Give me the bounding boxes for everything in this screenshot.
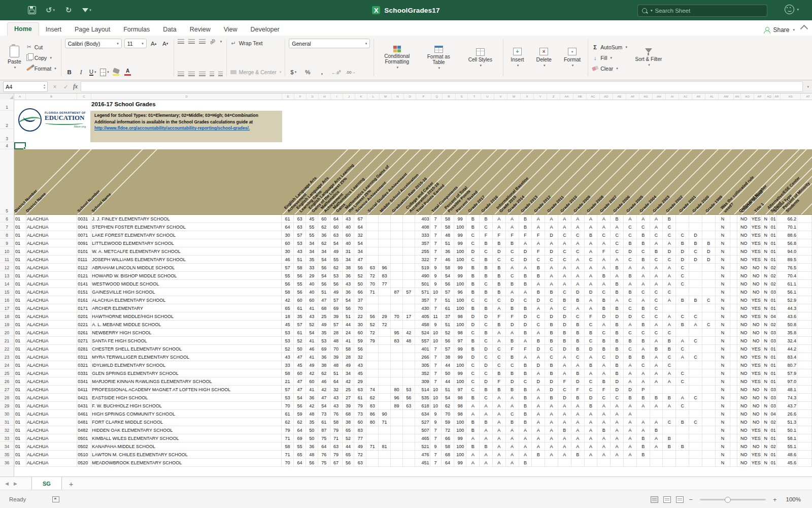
cell[interactable]: N [715,280,730,288]
cell[interactable] [391,418,403,426]
cell[interactable]: 52 [294,337,306,345]
cell[interactable]: D [611,377,624,386]
cell[interactable]: A [611,256,624,264]
cell[interactable]: NO [737,312,751,321]
cell[interactable]: B [466,288,480,296]
cell[interactable]: N [762,434,770,442]
cell[interactable]: 100 [454,256,466,264]
cell[interactable]: A [558,239,571,247]
cell[interactable]: C [532,256,545,264]
cell[interactable]: N [715,345,730,353]
cell[interactable]: 51.3 [777,418,797,426]
cell[interactable]: 26.6 [777,410,797,418]
cell[interactable]: 56 [354,345,366,353]
cell[interactable]: A [519,288,532,296]
cell[interactable]: 333 [415,231,430,239]
cell[interactable]: NEWBERRY HIGH SCHOOL [91,329,282,337]
cell[interactable]: 01 [15,239,26,247]
cell[interactable]: A [636,426,650,434]
cell[interactable]: A [597,321,611,329]
cell[interactable]: B [571,345,584,353]
cell[interactable]: A [492,410,505,418]
cell[interactable] [702,377,715,386]
cell[interactable]: NO [751,280,762,288]
cell[interactable]: 0101 [77,247,91,256]
cell[interactable]: 42 [306,402,318,410]
cell[interactable]: 61 [318,418,330,426]
cell[interactable] [797,377,811,386]
cell[interactable]: 54 [318,272,330,280]
cell[interactable]: B [571,321,584,329]
cell[interactable]: 0520 [77,459,91,467]
cell[interactable] [391,426,403,434]
cell[interactable]: 97 [454,386,466,394]
cell[interactable]: 79 [282,426,294,434]
cell[interactable]: C [689,337,702,345]
column-header-letter[interactable]: Q [431,93,443,100]
cell[interactable]: YES [751,377,762,386]
cell[interactable]: 40 [342,239,354,247]
cell[interactable]: W. A. METCALFE ELEMENTARY SCHOOL [91,247,282,256]
column-header-letter[interactable]: AI [666,93,679,100]
cell[interactable]: 46 [441,256,454,264]
cell[interactable]: 0481 [77,418,91,426]
cell[interactable]: NO [751,410,762,418]
cell[interactable]: 57 [282,386,294,394]
cell[interactable]: 04 [770,410,777,418]
cell[interactable] [391,377,403,386]
cell[interactable]: 54 [441,394,454,402]
cell[interactable]: 0502 [77,442,91,451]
cell[interactable]: 72 [441,426,454,434]
cell[interactable]: C [466,256,480,264]
cell[interactable]: A [611,442,624,451]
cell[interactable]: 60 [342,231,354,239]
cell[interactable]: 36 [441,247,454,256]
cell[interactable]: F [492,231,505,239]
column-header-letter[interactable]: J [343,93,355,100]
cell[interactable]: 35 [306,256,318,264]
cell[interactable]: A [584,434,597,442]
cell[interactable]: N [715,402,730,410]
cell[interactable]: N [762,280,770,288]
cell[interactable]: YES [751,215,762,223]
cell[interactable]: A [624,377,637,386]
cell[interactable]: 57 [330,296,342,304]
cell[interactable]: A [663,280,676,288]
name-box[interactable]: A4 ▴▾ [3,81,48,92]
cell[interactable]: B [597,296,611,304]
cell[interactable]: WESTWOOD MIDDLE SCHOOL [91,280,282,288]
cell[interactable] [702,410,715,418]
cell[interactable]: 255 [415,247,430,256]
cell[interactable]: 71 [282,434,294,442]
cell[interactable]: 7 [430,377,441,386]
cell[interactable]: 56 [330,280,342,288]
cell[interactable] [366,239,379,247]
cell[interactable]: B [571,451,584,459]
cell[interactable] [730,361,737,369]
cell[interactable]: C [663,353,676,361]
cell[interactable]: 75 [318,459,330,467]
cell[interactable]: HIDDEN OAK ELEMENTARY SCHOOL [91,426,282,434]
cell[interactable]: NO [751,321,762,329]
align-right-icon[interactable] [199,72,206,77]
cell[interactable]: A [650,321,663,329]
cell[interactable]: B [505,418,519,426]
cell[interactable]: A [663,312,676,321]
cell[interactable]: N [762,386,770,394]
cell[interactable]: F [505,345,519,353]
cell[interactable]: 77 [379,280,391,288]
selected-cell-a4[interactable] [14,142,26,149]
decrease-indent-icon[interactable] [210,72,214,77]
cell[interactable]: YES [751,296,762,304]
cell[interactable]: ALACHUA [26,353,77,361]
cell[interactable] [379,231,391,239]
search-input[interactable]: ▾ Search Sheet [637,5,767,17]
cell[interactable]: 83 [391,337,403,345]
cell[interactable]: B [466,394,480,402]
cell[interactable]: C [663,329,676,337]
cell[interactable]: A [611,451,624,459]
row-header[interactable]: 26 [0,377,14,385]
cell[interactable]: D [689,231,702,239]
cell[interactable]: 59 [354,337,366,345]
cell[interactable]: 41 [342,337,354,345]
